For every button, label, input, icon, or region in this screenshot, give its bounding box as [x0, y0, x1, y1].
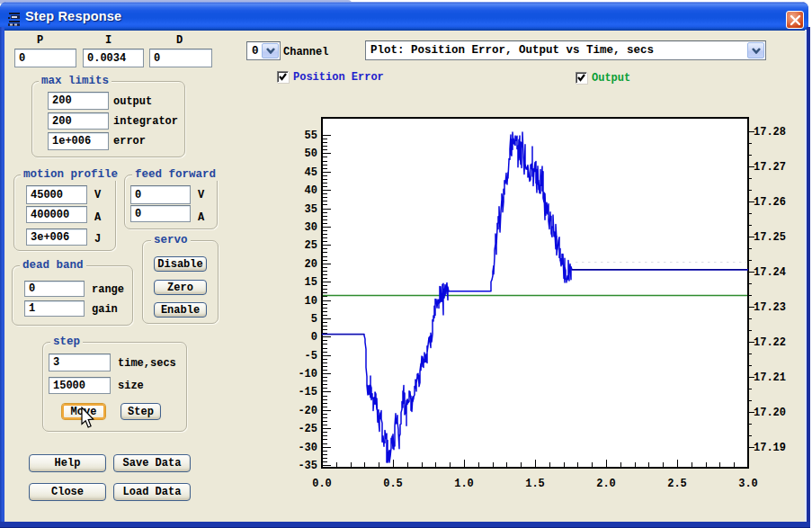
svg-text:10: 10 — [305, 295, 317, 308]
svg-text:2.0: 2.0 — [596, 478, 616, 490]
svg-text:1.0: 1.0 — [454, 478, 474, 490]
svg-text:20: 20 — [305, 258, 317, 271]
svg-text:-35: -35 — [298, 460, 317, 472]
svg-text:45: 45 — [305, 166, 317, 179]
svg-text:17.28: 17.28 — [754, 126, 786, 139]
svg-text:2.5: 2.5 — [667, 478, 687, 490]
svg-text:30: 30 — [305, 221, 317, 234]
svg-text:17.24: 17.24 — [754, 266, 786, 279]
svg-text:15: 15 — [305, 276, 317, 289]
svg-text:17.25: 17.25 — [754, 231, 786, 244]
svg-text:0.5: 0.5 — [383, 478, 403, 490]
svg-text:0: 0 — [311, 331, 317, 344]
svg-text:25: 25 — [305, 239, 317, 252]
svg-text:-5: -5 — [305, 350, 317, 362]
svg-text:50: 50 — [305, 148, 317, 160]
svg-text:-20: -20 — [298, 405, 317, 417]
svg-text:17.26: 17.26 — [754, 196, 786, 209]
svg-text:55: 55 — [305, 130, 317, 142]
svg-text:1.5: 1.5 — [525, 478, 545, 490]
svg-text:17.23: 17.23 — [754, 301, 786, 314]
svg-text:3.0: 3.0 — [738, 478, 758, 490]
svg-text:-15: -15 — [298, 386, 317, 398]
svg-text:-30: -30 — [298, 442, 317, 454]
svg-text:40: 40 — [305, 184, 317, 197]
svg-text:-25: -25 — [298, 423, 317, 435]
svg-text:17.27: 17.27 — [754, 161, 786, 174]
svg-text:17.19: 17.19 — [754, 442, 786, 454]
svg-text:5: 5 — [311, 313, 317, 326]
svg-text:17.20: 17.20 — [754, 407, 786, 419]
svg-text:-10: -10 — [298, 368, 317, 380]
svg-text:35: 35 — [305, 203, 317, 216]
svg-text:0.0: 0.0 — [312, 478, 332, 490]
svg-text:17.22: 17.22 — [754, 336, 786, 349]
svg-text:17.21: 17.21 — [754, 371, 786, 384]
